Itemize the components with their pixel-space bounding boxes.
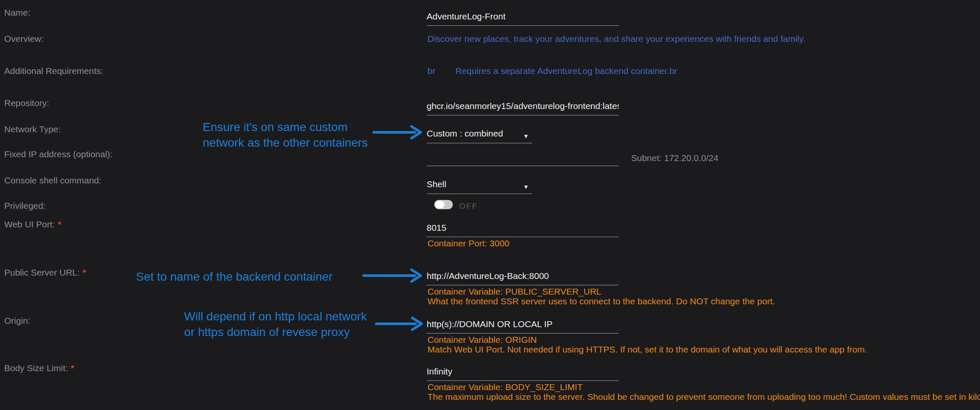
network-type-select[interactable]: Custom : combined ▼: [427, 127, 532, 143]
repository-label: Repository:: [4, 98, 49, 108]
privileged-label: Privileged:: [4, 201, 46, 211]
toggle-knob: [435, 201, 444, 208]
name-label: Name:: [4, 8, 30, 18]
overview-description: Discover new places, track your adventur…: [427, 34, 806, 44]
body-size-limit-input[interactable]: Infinity: [427, 365, 619, 381]
fixed-ip-input[interactable]: [427, 150, 619, 166]
origin-label: Origin:: [4, 316, 30, 326]
annotation-network-arrow-icon: [373, 125, 424, 140]
chevron-down-icon: ▼: [523, 180, 529, 194]
annotation-public-server-url: Set to name of the backend container: [136, 269, 332, 284]
additional-requirements-text: Requires a separate AdventureLog backend…: [455, 66, 677, 76]
body-size-limit-hint-variable: Container Variable: BODY_SIZE_LIMIT: [427, 382, 583, 392]
privileged-toggle[interactable]: [434, 200, 453, 209]
privileged-toggle-state: OFF: [459, 202, 478, 211]
public-server-url-hint-description: What the frontend SSR server uses to con…: [427, 296, 775, 306]
annotation-origin-line1: Will depend if on http local network: [184, 309, 367, 324]
annotation-network-line1: Ensure it's on same custom: [203, 119, 368, 135]
network-type-label: Network Type:: [4, 124, 61, 134]
required-asterisk: *: [58, 219, 61, 229]
name-input[interactable]: AdventureLog-Front: [427, 10, 619, 26]
origin-hint-description: Match Web UI Port. Not needed if using H…: [427, 344, 867, 355]
annotation-origin-arrow-icon: [375, 316, 425, 331]
body-size-limit-hint-description: The maximum upload size to the server. S…: [427, 392, 980, 402]
network-type-selected-value: Custom : combined: [427, 128, 503, 138]
annotation-origin-line2: or https domain of revese proxy: [184, 324, 367, 340]
required-asterisk: *: [71, 363, 74, 373]
container-template-form: Name: AdventureLog-Front Overview: Disco…: [0, 0, 980, 410]
origin-input[interactable]: http(s)://DOMAIN OR LOCAL IP: [427, 318, 619, 333]
fixed-ip-label: Fixed IP address (optional):: [4, 149, 112, 159]
annotation-network: Ensure it's on same custom network as th…: [203, 119, 368, 150]
console-shell-select[interactable]: Shell ▼: [427, 178, 532, 194]
public-server-url-label: Public Server URL:*: [4, 268, 86, 278]
annotation-public-server-url-arrow-icon: [362, 268, 424, 283]
body-size-limit-label: Body Size Limit:*: [4, 363, 74, 373]
additional-requirements-prefix: br: [427, 66, 436, 76]
web-ui-port-input[interactable]: 8015: [427, 221, 619, 237]
origin-hint-variable: Container Variable: ORIGIN: [427, 335, 537, 345]
required-asterisk: *: [83, 268, 86, 277]
chevron-down-icon: ▼: [523, 129, 529, 143]
web-ui-port-label: Web UI Port:*: [4, 219, 61, 230]
public-server-url-hint-variable: Container Variable: PUBLIC_SERVER_URL: [427, 287, 601, 297]
annotation-origin: Will depend if on http local network or …: [184, 309, 367, 340]
annotation-public-server-url-line1: Set to name of the backend container: [136, 269, 332, 284]
web-ui-port-hint: Container Port: 3000: [427, 238, 509, 249]
console-shell-selected-value: Shell: [427, 179, 446, 189]
annotation-network-line2: network as the other containers: [203, 135, 368, 150]
repository-input[interactable]: ghcr.io/seanmorley15/adventurelog-fronte…: [427, 100, 619, 115]
additional-requirements-label: Additional Requirements:: [4, 66, 103, 76]
console-shell-label: Console shell command:: [4, 175, 101, 186]
overview-label: Overview:: [4, 34, 44, 44]
public-server-url-input[interactable]: http://AdventureLog-Back:8000: [427, 270, 619, 285]
subnet-note: Subnet: 172.20.0.0/24: [631, 153, 719, 163]
